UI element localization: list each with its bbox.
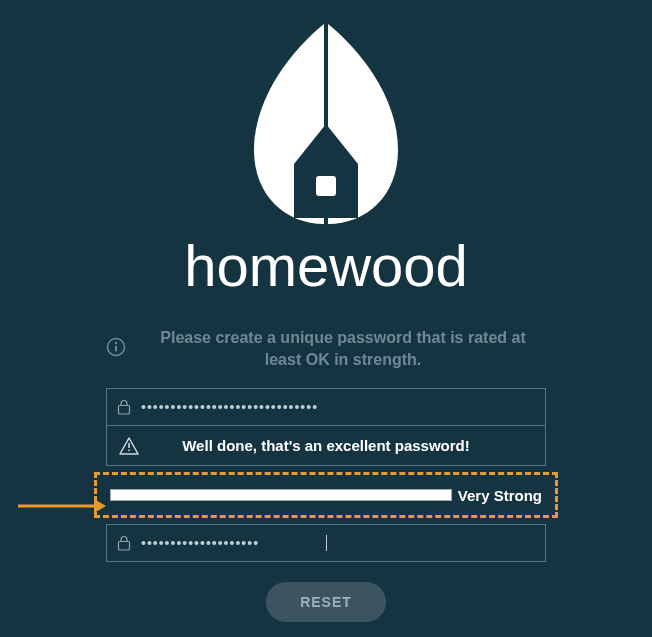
warning-icon bbox=[107, 437, 151, 455]
text-caret bbox=[326, 535, 327, 551]
svg-rect-0 bbox=[316, 176, 336, 196]
svg-rect-7 bbox=[128, 449, 130, 451]
password-field[interactable] bbox=[106, 388, 546, 426]
page-container: homewood Please create a unique password… bbox=[0, 0, 652, 622]
svg-point-3 bbox=[115, 341, 117, 343]
strength-meter: Very Strong bbox=[106, 476, 546, 514]
arrow-annotation bbox=[16, 496, 108, 516]
lock-icon bbox=[107, 399, 141, 415]
svg-rect-5 bbox=[119, 406, 130, 415]
strength-label: Very Strong bbox=[458, 487, 542, 504]
instruction-row: Please create a unique password that is … bbox=[106, 327, 546, 370]
instruction-text: Please create a unique password that is … bbox=[140, 327, 546, 370]
svg-rect-4 bbox=[115, 345, 117, 351]
brand-logo: homewood bbox=[184, 18, 468, 299]
lock-icon bbox=[107, 535, 141, 551]
strength-bar bbox=[110, 489, 452, 501]
svg-rect-1 bbox=[324, 26, 328, 126]
confirm-password-field[interactable] bbox=[106, 524, 546, 562]
info-icon bbox=[106, 337, 126, 361]
homewood-leaf-icon bbox=[236, 18, 416, 228]
brand-name: homewood bbox=[184, 232, 468, 299]
feedback-text: Well done, that's an excellent password! bbox=[151, 437, 545, 454]
svg-rect-6 bbox=[128, 443, 130, 448]
password-input[interactable] bbox=[141, 399, 545, 415]
svg-rect-8 bbox=[119, 542, 130, 551]
password-form: Well done, that's an excellent password!… bbox=[106, 388, 546, 622]
password-feedback: Well done, that's an excellent password! bbox=[106, 426, 546, 466]
reset-button[interactable]: RESET bbox=[266, 582, 386, 622]
confirm-password-input[interactable] bbox=[141, 535, 326, 551]
